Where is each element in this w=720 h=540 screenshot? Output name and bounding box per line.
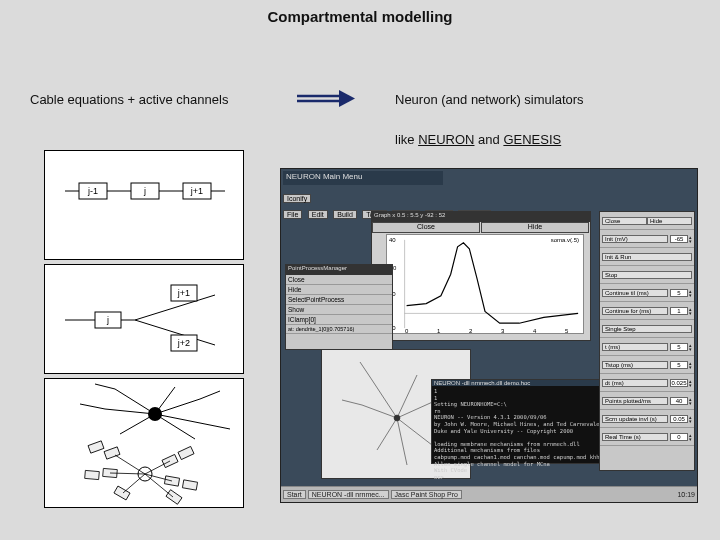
ytick: 40 [389,237,396,243]
runcontrol-value[interactable]: 0 [670,433,688,441]
diagram-cable-linear: j-1 j j+1 [44,150,244,260]
graph-close-button[interactable]: Close [372,222,480,233]
seg-label: j-1 [87,186,98,196]
spinner-icon[interactable]: ▴▾ [689,379,692,387]
simulator-screenshot: NEURON Main Menu Iconify File Edit Build… [280,168,698,503]
arrow-icon [295,90,355,108]
text-like: like [395,132,418,147]
graph-titlebar: Graph x 0.5 : 5.5 y -92 : 52 [372,212,590,222]
svg-rect-15 [104,447,120,459]
runcontrol-button[interactable]: t (ms) [602,343,668,351]
runcontrol-row: Tstop (ms)5▴▾ [600,356,694,374]
ppm-hide[interactable]: Hide [286,285,392,295]
xtick: 5 [565,328,568,334]
runcontrol-row: Scrn update invl (s)0.05▴▾ [600,410,694,428]
runcontrol-button[interactable]: Continue for (ms) [602,307,668,315]
runcontrol-button[interactable]: Close [602,217,647,225]
runcontrol-row: Continue til (ms)5▴▾ [600,284,694,302]
runcontrol-button[interactable]: dt (ms) [602,379,668,387]
cable-branch-svg: j j+1 j+2 [45,265,245,375]
left-caption: Cable equations + active channels [30,92,228,107]
graph-hide-button[interactable]: Hide [481,222,589,233]
svg-rect-24 [166,490,182,505]
runcontrol-value[interactable]: 5 [670,361,688,369]
ppm-close[interactable]: Close [286,275,392,285]
runcontrol-button[interactable]: Single Step [602,325,692,333]
taskbar-clock: 10:19 [677,491,695,498]
runcontrol-button[interactable]: Init (mV) [602,235,668,243]
link-genesis: GENESIS [503,132,561,147]
runcontrol-row: Real Time (s)0▴▾ [600,428,694,446]
menu-file[interactable]: File [283,210,302,219]
menu-build[interactable]: Build [333,210,357,219]
xtick: 3 [501,328,504,334]
ppm-title: PointProcessManager [286,265,392,275]
runcontrol-value[interactable]: 0.025 [670,379,688,387]
runcontrol-button[interactable]: Hide [647,217,692,225]
spinner-icon[interactable]: ▴▾ [689,433,692,441]
runcontrol-row: Points plotted/ms40▴▾ [600,392,694,410]
svg-rect-19 [114,486,130,500]
page-title: Compartmental modelling [0,8,720,25]
runcontrol-button[interactable]: Scrn update invl (s) [602,415,668,423]
runcontrol-value[interactable]: 1 [670,307,688,315]
taskbar: Start NEURON -dll nrnmec... Jasc Paint S… [281,486,697,502]
spinner-icon[interactable]: ▴▾ [689,397,692,405]
runcontrol-row: Init & Run [600,248,694,266]
runcontrol-panel: CloseHideInit (mV)-65▴▾Init & RunStopCon… [599,211,695,471]
runcontrol-button[interactable]: Init & Run [602,253,692,261]
graph-plot-area: soma.v(.5) 40 0 -40 -80 0 1 2 3 4 5 [386,234,584,334]
ytick: 0 [393,265,396,271]
voltage-curve [387,235,583,333]
seg-label: j+2 [177,338,190,348]
xtick: 1 [437,328,440,334]
diagram-cable-branch: j j+1 j+2 [44,264,244,374]
runcontrol-value[interactable]: 5 [670,343,688,351]
runcontrol-value[interactable]: -65 [670,235,688,243]
runcontrol-button[interactable]: Continue til (ms) [602,289,668,297]
spinner-icon[interactable]: ▴▾ [689,415,692,423]
runcontrol-value[interactable]: 40 [670,397,688,405]
spinner-icon[interactable]: ▴▾ [689,343,692,351]
runcontrol-row: Init (mV)-65▴▾ [600,230,694,248]
runcontrol-value[interactable]: 0.05 [670,415,688,423]
diagram-neuron-morph [44,378,244,508]
ppm-select[interactable]: SelectPointProcess [286,295,392,305]
text-and: and [474,132,503,147]
link-neuron: NEURON [418,132,474,147]
taskbar-item[interactable]: NEURON -dll nrnmec... [308,490,389,499]
ppm-location: at: dendrite_1[0](0.705716) [286,325,392,334]
spinner-icon[interactable]: ▴▾ [689,307,692,315]
iconify-button[interactable]: Iconify [283,194,311,203]
menu-edit[interactable]: Edit [308,210,328,219]
spinner-icon[interactable]: ▴▾ [689,361,692,369]
runcontrol-button[interactable]: Real Time (s) [602,433,668,441]
runcontrol-button[interactable]: Stop [602,271,692,279]
runcontrol-row: CloseHide [600,212,694,230]
runcontrol-value[interactable]: 5 [670,289,688,297]
graph-window: Graph x 0.5 : 5.5 y -92 : 52 Close Hide … [371,211,591,341]
spinner-icon[interactable]: ▴▾ [689,289,692,297]
svg-rect-18 [85,470,100,479]
main-menubar: Iconify [283,187,312,201]
runcontrol-button[interactable]: Tstop (ms) [602,361,668,369]
runcontrol-row: dt (ms)0.025▴▾ [600,374,694,392]
xtick: 4 [533,328,536,334]
right-caption-1: Neuron (and network) simulators [395,92,584,107]
plot-trace-label: soma.v(.5) [551,237,579,243]
cable-linear-svg: j-1 j j+1 [45,151,245,261]
svg-rect-23 [182,480,197,490]
spinner-icon[interactable]: ▴▾ [689,235,692,243]
svg-marker-2 [339,90,355,107]
xtick: 0 [405,328,408,334]
runcontrol-row: Continue for (ms)1▴▾ [600,302,694,320]
runcontrol-row: Stop [600,266,694,284]
start-button[interactable]: Start [283,490,306,499]
seg-label: j [106,315,109,325]
runcontrol-button[interactable]: Points plotted/ms [602,397,668,405]
taskbar-item[interactable]: Jasc Paint Shop Pro [391,490,462,499]
svg-rect-21 [178,446,194,459]
ppm-show[interactable]: Show [286,305,392,315]
ppm-window: PointProcessManager Close Hide SelectPoi… [285,264,393,350]
neuron-morph-svg [45,379,245,509]
